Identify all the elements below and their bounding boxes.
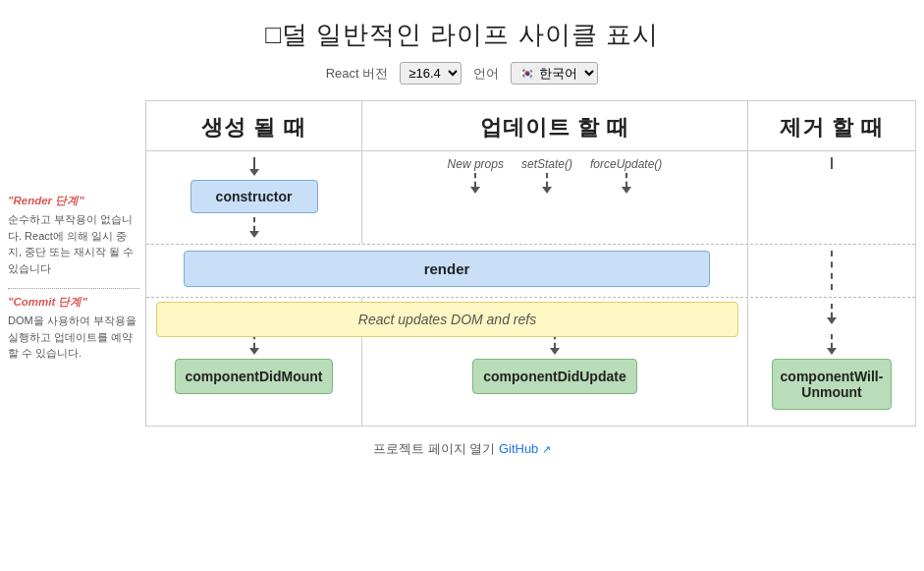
render-annotation: "Render 단계" 순수하고 부작용이 없습니다. React에 의해 일시… (8, 194, 139, 282)
update-header: 업데이트 할 때 (362, 101, 748, 150)
render-col: render (146, 245, 748, 297)
mount-header: 생성 될 때 (146, 101, 362, 150)
commit-unmount-col: componentWill-Unmount (748, 298, 915, 426)
commit-row: componentDidMount componentDidUpdate (146, 298, 915, 426)
annotations: "Render 단계" 순수하고 부작용이 없습니다. React에 의해 일시… (8, 100, 145, 427)
language-select[interactable]: 🇰🇷 한국어 (511, 62, 598, 85)
unmount-render-col (748, 245, 915, 297)
componentdidmount-box: componentDidMount (175, 359, 334, 394)
render-row: render (146, 245, 915, 298)
react-version-select[interactable]: ≥16.4 (400, 62, 462, 85)
constructor-triggers-row: constructor New props (146, 151, 915, 245)
controls-row: React 버전 ≥16.4 언어 🇰🇷 한국어 (326, 62, 599, 85)
react-version-label: React 버전 (326, 65, 389, 83)
commit-phase-title: "Commit 단계" (8, 295, 139, 310)
commit-update-col: componentDidUpdate (362, 298, 748, 426)
main-content: "Render 단계" 순수하고 부작용이 없습니다. React에 의해 일시… (0, 100, 924, 427)
language-label: 언어 (473, 65, 499, 83)
commit-phase-desc: DOM을 사용하여 부작용을 실행하고 업데이트를 예약 할 수 있습니다. (8, 313, 139, 362)
page-title: □덜 일반적인 라이프 사이클 표시 (265, 18, 659, 52)
unmount-top-col (748, 151, 915, 244)
render-phase-title: "Render 단계" (8, 194, 139, 208)
constructor-box: constructor (190, 180, 318, 213)
constructor-col: constructor (146, 151, 362, 244)
commit-mount-col: componentDidMount (146, 298, 362, 426)
forceupdate-trigger: forceUpdate() (590, 157, 662, 194)
triggers-col: New props setState() (362, 151, 748, 244)
commit-annotation: "Commit 단계" DOM을 사용하여 부작용을 실행하고 업데이트를 예약… (8, 295, 139, 362)
lifecycle-diagram: 생성 될 때 업데이트 할 때 제거 할 때 constructor (145, 100, 916, 427)
componentwillunmount-box: componentWill-Unmount (772, 359, 893, 410)
setstate-trigger: setState() (521, 157, 572, 194)
divider (8, 288, 139, 289)
unmount-header: 제거 할 때 (748, 101, 915, 150)
new-props-trigger: New props (448, 157, 504, 194)
render-box: render (184, 251, 710, 287)
render-phase-desc: 순수하고 부작용이 없습니다. React에 의해 일시 중지, 중단 또는 재… (8, 211, 139, 276)
footer: 프로젝트 페이지 열기 GitHub ↗ (373, 440, 551, 458)
triggers-row: New props setState() (448, 157, 663, 194)
github-link[interactable]: GitHub ↗ (499, 441, 551, 456)
componentdidupdate-box: componentDidUpdate (472, 359, 636, 394)
header-row: 생성 될 때 업데이트 할 때 제거 할 때 (146, 101, 915, 151)
